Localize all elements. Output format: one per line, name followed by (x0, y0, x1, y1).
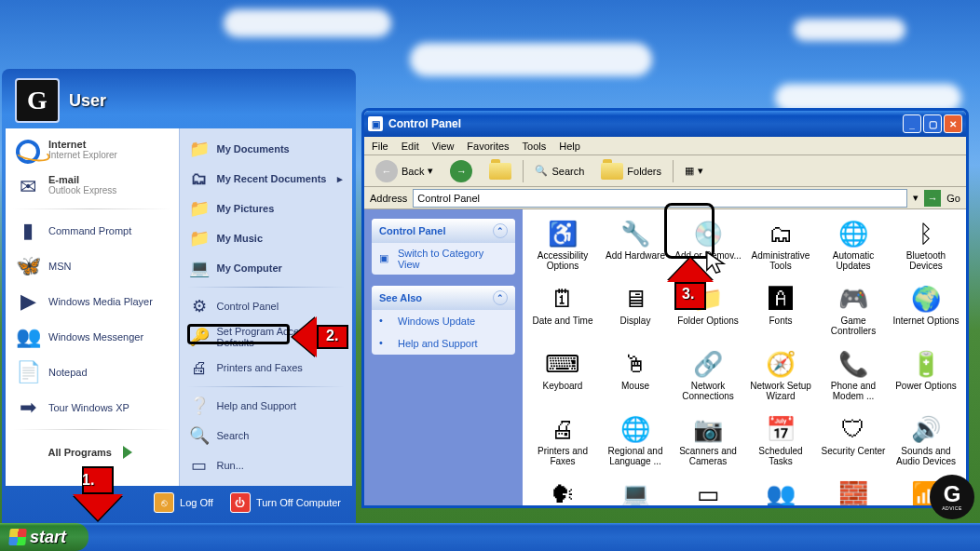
cpl-item[interactable]: 🔗Network Connections (672, 347, 744, 412)
cpl-icon: 🎮 (838, 284, 868, 314)
menu-run[interactable]: ▭Run... (182, 450, 351, 480)
cpl-item[interactable]: 🔊Sounds and Audio Devices (890, 412, 962, 477)
maximize-button[interactable]: ▢ (923, 114, 942, 133)
cpl-item[interactable]: ▭Taskbar and Start Menu (672, 477, 744, 505)
switch-category-link[interactable]: ▣ Switch to Category View (372, 243, 515, 275)
cpl-icon: 🖥 (620, 284, 650, 314)
cpl-item[interactable]: 🌍Internet Options (890, 282, 962, 347)
menu-printer[interactable]: 🖨Printers and Faxes (182, 353, 351, 383)
cpl-item[interactable]: 📅Scheduled Tasks (744, 412, 817, 477)
seealso-link[interactable]: •Help and Support (372, 332, 515, 355)
collapse-icon[interactable]: ⌃ (493, 290, 508, 305)
cpl-item[interactable]: 🅰Fonts (744, 282, 817, 347)
up-button[interactable] (483, 160, 517, 182)
menu-folder-recent[interactable]: 🗂My Recent Documents▸ (182, 164, 351, 194)
printer-icon: 🖨 (189, 357, 210, 378)
menu-file[interactable]: File (372, 141, 388, 152)
cpl-item[interactable]: 🔧Add Hardware (599, 217, 672, 282)
msgr-icon: 👥 (15, 324, 41, 350)
toolbar: ← Back ▾ → 🔍 Search Folders ▦ ▾ (364, 155, 966, 187)
cpl-item[interactable]: 🗣Speech (526, 477, 599, 505)
logoff-button[interactable]: ⎋ Log Off (154, 492, 213, 513)
cpl-item[interactable]: 🗂Administrative Tools (744, 217, 817, 282)
forward-button[interactable]: → (444, 157, 478, 185)
cpl-icon: ⌨ (548, 349, 578, 379)
cpanel-icon: ⚙ (189, 296, 210, 316)
menu-cpanel[interactable]: ⚙Control Panel (182, 291, 351, 321)
shutdown-button[interactable]: ⏻ Turn Off Computer (230, 492, 341, 513)
seealso-header[interactable]: See Also ⌃ (372, 286, 515, 310)
app-msgr[interactable]: 👥Windows Messenger (7, 319, 177, 355)
search-label: Search (551, 166, 584, 177)
cpl-item[interactable]: 🧱Windows Firewall (817, 477, 890, 505)
cpl-icon: 🗣 (548, 479, 578, 505)
menu-help[interactable]: ❔Help and Support (182, 391, 351, 421)
cpl-item[interactable]: ⌨Keyboard (526, 347, 599, 412)
arrow-right-icon (117, 443, 136, 462)
app-cmd[interactable]: ▮Command Prompt (7, 213, 177, 249)
cpl-item[interactable]: 👥User Accounts (744, 477, 817, 505)
menu-help[interactable]: Help (559, 141, 580, 152)
cpl-item[interactable]: 🖱Mouse (599, 347, 672, 412)
menu-folder[interactable]: 📁My Documents (182, 134, 351, 164)
all-programs[interactable]: All Programs (7, 434, 177, 471)
menu-tools[interactable]: Tools (523, 141, 547, 152)
app-wmp[interactable]: ▶Windows Media Player (7, 284, 177, 319)
app-note[interactable]: 📄Notepad (7, 355, 177, 390)
pinned-mail[interactable]: ✉E-mailOutlook Express (7, 169, 177, 205)
menu-search[interactable]: 🔍Search (182, 421, 351, 450)
cpl-icon: 🔋 (911, 349, 941, 379)
taskbar: start (0, 523, 980, 551)
cpl-icon: 📅 (766, 414, 796, 444)
folders-button[interactable]: Folders (595, 160, 667, 182)
cpl-item[interactable]: 📁Folder Options (672, 282, 744, 347)
address-dropdown-icon[interactable]: ▾ (913, 192, 919, 204)
back-button[interactable]: ← Back ▾ (370, 157, 439, 185)
wmp-icon: ▶ (15, 289, 41, 315)
seealso-link[interactable]: •Windows Update (372, 310, 515, 332)
app-msn[interactable]: 🦋MSN (7, 249, 177, 284)
collapse-icon[interactable]: ⌃ (493, 223, 508, 238)
go-button[interactable]: → (924, 190, 941, 207)
address-input[interactable] (413, 189, 907, 208)
cpl-item[interactable]: 🧭Network Setup Wizard (744, 347, 817, 412)
menu-folder[interactable]: 📁My Pictures (182, 194, 351, 223)
cpl-item[interactable]: 🔋Power Options (890, 347, 962, 412)
views-button[interactable]: ▦ ▾ (679, 162, 709, 180)
cpl-item[interactable]: 🗓Date and Time (526, 282, 599, 347)
switch-label: Switch to Category View (398, 248, 508, 270)
side-panel: Control Panel ⌃ ▣ Switch to Category Vie… (364, 209, 523, 505)
menu-folder[interactable]: 📁My Music (182, 223, 351, 253)
search-button[interactable]: 🔍 Search (529, 162, 590, 180)
cpl-item[interactable]: 🌐Automatic Updates (817, 217, 890, 282)
cpl-icon: 🅰 (766, 284, 796, 314)
cpl-item[interactable]: 🌐Regional and Language ... (599, 412, 672, 477)
cpl-item[interactable]: 💻System (599, 477, 672, 505)
help-icon: ❔ (189, 396, 210, 416)
cpl-item[interactable]: 🛡Security Center (817, 412, 890, 477)
cpl-item[interactable]: 🖥Display (599, 282, 672, 347)
app-tour[interactable]: ➡Tour Windows XP (7, 390, 177, 425)
cpl-item[interactable]: 🖨Printers and Faxes (526, 412, 599, 477)
cpl-icon: 🌍 (911, 284, 941, 314)
menu-edit[interactable]: Edit (402, 141, 419, 152)
close-button[interactable]: ✕ (944, 114, 962, 133)
menu-access[interactable]: 🔑Set Program Access and Defaults (182, 321, 351, 353)
cpl-item[interactable]: 🎮Game Controllers (817, 282, 890, 347)
cpl-item[interactable]: ᛒBluetooth Devices (890, 217, 962, 282)
pinned-ie[interactable]: InternetInternet Explorer (7, 134, 177, 169)
menu-computer[interactable]: 💻My Computer (182, 253, 351, 283)
cpl-item[interactable]: 💿Add or Remov... (672, 217, 744, 282)
cpl-icon: 🗂 (766, 219, 796, 249)
menu-view[interactable]: View (432, 141, 455, 152)
start-button[interactable]: start (0, 523, 88, 551)
msn-icon: 🦋 (15, 253, 41, 279)
side-header[interactable]: Control Panel ⌃ (372, 219, 515, 243)
minimize-button[interactable]: _ (903, 114, 921, 133)
menu-favorites[interactable]: Favorites (467, 141, 509, 152)
titlebar[interactable]: ▣ Control Panel _ ▢ ✕ (364, 111, 966, 137)
cpl-item[interactable]: ♿Accessibility Options (526, 217, 599, 282)
up-folder-icon (489, 163, 511, 180)
cpl-item[interactable]: 📷Scanners and Cameras (672, 412, 744, 477)
cpl-item[interactable]: 📞Phone and Modem ... (817, 347, 890, 412)
